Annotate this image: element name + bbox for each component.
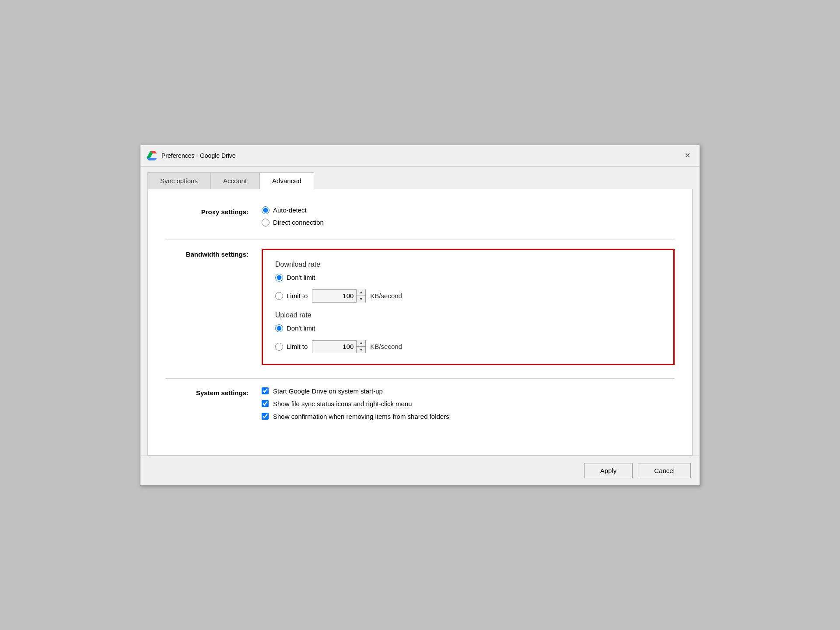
upload-rate-section: Upload rate Don't limit Limit to [275, 311, 661, 353]
tabs-bar: Sync options Account Advanced [140, 167, 700, 189]
download-radio-group: Don't limit Limit to ▲ [275, 274, 661, 303]
upload-spinner-down[interactable]: ▼ [357, 347, 365, 353]
title-bar: Preferences - Google Drive ✕ [140, 145, 700, 167]
download-limit-row: Limit to ▲ ▼ KB/second [275, 289, 661, 303]
download-rate-section: Download rate Don't limit Limit to [275, 261, 661, 303]
proxy-direct-radio[interactable] [262, 219, 270, 226]
upload-dont-limit-item[interactable]: Don't limit [275, 324, 661, 332]
content-area: Proxy settings: Auto-detect Direct conne… [147, 189, 693, 456]
tab-sync-options[interactable]: Sync options [147, 172, 210, 189]
bandwidth-settings-row: Bandwidth settings: Download rate Don't … [165, 249, 675, 365]
bandwidth-settings-content: Download rate Don't limit Limit to [262, 249, 675, 365]
download-dont-limit-item[interactable]: Don't limit [275, 274, 661, 282]
sync-icons-checkbox[interactable] [262, 400, 269, 407]
sync-icons-checkbox-item[interactable]: Show file sync status icons and right-cl… [262, 400, 675, 407]
proxy-radio-group: Auto-detect Direct connection [262, 206, 675, 226]
download-dont-limit-label: Don't limit [287, 274, 315, 281]
download-limit-to-label: Limit to [287, 292, 308, 299]
upload-limit-to-radio[interactable] [275, 343, 283, 351]
proxy-direct-connection-item[interactable]: Direct connection [262, 219, 675, 226]
download-dont-limit-radio[interactable] [275, 274, 283, 282]
proxy-auto-detect-label: Auto-detect [273, 206, 307, 214]
footer: Apply Cancel [140, 456, 700, 485]
confirm-remove-label: Show confirmation when removing items fr… [273, 413, 449, 420]
upload-radio-group: Don't limit Limit to ▲ [275, 324, 661, 353]
upload-dont-limit-label: Don't limit [287, 324, 315, 332]
startup-checkbox[interactable] [262, 387, 269, 394]
close-button[interactable]: ✕ [681, 150, 693, 162]
upload-limit-to-label: Limit to [287, 343, 308, 350]
cancel-button[interactable]: Cancel [638, 463, 691, 478]
system-settings-row: System settings: Start Google Drive on s… [165, 387, 675, 420]
sync-icons-label: Show file sync status icons and right-cl… [273, 400, 412, 407]
tab-account[interactable]: Account [210, 172, 259, 189]
upload-spinner: ▲ ▼ [356, 340, 365, 353]
confirm-remove-checkbox-item[interactable]: Show confirmation when removing items fr… [262, 413, 675, 420]
divider-1 [165, 240, 675, 240]
download-kb-label: KB/second [370, 292, 402, 299]
download-limit-input[interactable] [312, 290, 356, 302]
confirm-remove-checkbox[interactable] [262, 413, 269, 420]
download-limit-to-item[interactable]: Limit to [275, 292, 308, 300]
upload-limit-row: Limit to ▲ ▼ KB/second [275, 340, 661, 353]
upload-kb-label: KB/second [370, 343, 402, 350]
download-spinner-up[interactable]: ▲ [357, 289, 365, 296]
window-title: Preferences - Google Drive [161, 152, 236, 159]
upload-rate-title: Upload rate [275, 311, 661, 319]
proxy-settings-label: Proxy settings: [165, 206, 262, 216]
download-rate-title: Download rate [275, 261, 661, 268]
bandwidth-settings-label: Bandwidth settings: [165, 249, 262, 258]
download-limit-to-radio[interactable] [275, 292, 283, 300]
proxy-auto-detect-item[interactable]: Auto-detect [262, 206, 675, 214]
download-limit-input-wrapper: ▲ ▼ [312, 289, 366, 303]
upload-spinner-up[interactable]: ▲ [357, 340, 365, 347]
startup-checkbox-item[interactable]: Start Google Drive on system start-up [262, 387, 675, 395]
preferences-window: Preferences - Google Drive ✕ Sync option… [140, 145, 700, 486]
title-bar-left: Preferences - Google Drive [147, 151, 236, 160]
upload-limit-to-item[interactable]: Limit to [275, 343, 308, 351]
apply-button[interactable]: Apply [584, 463, 633, 478]
bandwidth-box: Download rate Don't limit Limit to [262, 249, 675, 365]
startup-label: Start Google Drive on system start-up [273, 387, 383, 395]
divider-2 [165, 378, 675, 379]
upload-dont-limit-radio[interactable] [275, 324, 283, 332]
upload-limit-input-wrapper: ▲ ▼ [312, 340, 366, 353]
system-settings-content: Start Google Drive on system start-up Sh… [262, 387, 675, 420]
download-spinner-down[interactable]: ▼ [357, 296, 365, 303]
upload-limit-input[interactable] [312, 341, 356, 353]
tab-advanced[interactable]: Advanced [259, 172, 314, 189]
google-drive-icon [147, 151, 157, 160]
proxy-auto-detect-radio[interactable] [262, 206, 270, 214]
system-checkboxes: Start Google Drive on system start-up Sh… [262, 387, 675, 420]
proxy-settings-content: Auto-detect Direct connection [262, 206, 675, 226]
proxy-settings-row: Proxy settings: Auto-detect Direct conne… [165, 206, 675, 226]
system-settings-label: System settings: [165, 387, 262, 397]
download-spinner: ▲ ▼ [356, 289, 365, 303]
svg-marker-2 [147, 158, 157, 160]
proxy-direct-label: Direct connection [273, 219, 324, 226]
